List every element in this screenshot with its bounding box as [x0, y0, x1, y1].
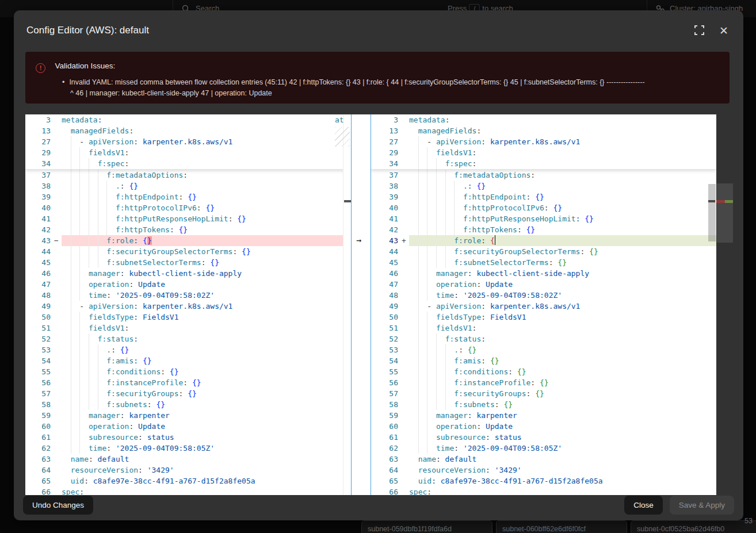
- code-line[interactable]: 45f:subnetSelectorTerms: {}: [25, 257, 351, 268]
- code-line[interactable]: 54f:amis: {}: [25, 355, 351, 366]
- code-line[interactable]: 38.: {}: [371, 181, 716, 191]
- code-line[interactable]: 29fieldsV1:: [25, 147, 351, 158]
- code-line[interactable]: 54f:amis: {}: [371, 355, 716, 366]
- line-number: 52: [25, 333, 54, 344]
- code-text: manager: kubectl-client-side-apply: [409, 268, 589, 279]
- fullscreen-icon[interactable]: [694, 25, 706, 37]
- code-line[interactable]: 48time: '2025-09-04T09:58:02Z': [25, 290, 351, 301]
- diff-overview-ruler[interactable]: [716, 114, 734, 495]
- code-line[interactable]: 27- apiVersion: karpenter.k8s.aws/v1: [371, 136, 716, 147]
- code-token: -: [79, 302, 89, 310]
- save-apply-button[interactable]: Save & Apply: [670, 496, 734, 515]
- code-line[interactable]: 38.: {}: [25, 181, 351, 191]
- code-line[interactable]: 3metadata:: [371, 114, 716, 125]
- code-line[interactable]: 45f:subnetSelectorTerms: {}: [371, 257, 716, 268]
- code-line[interactable]: 65uid: c8afe97e-38cc-4f91-a767-d15f2a8fe…: [25, 476, 351, 486]
- code-line[interactable]: 46manager: kubectl-client-side-apply: [371, 268, 716, 279]
- close-icon[interactable]: ✕: [718, 25, 730, 37]
- code-line[interactable]: 40f:httpProtocolIPv6: {}: [25, 202, 351, 213]
- code-line[interactable]: 59manager: karpenter: [371, 410, 716, 421]
- code-line[interactable]: 49- apiVersion: karpenter.k8s.aws/v1: [371, 301, 716, 312]
- code-line-content: operation: Update: [409, 421, 716, 432]
- code-line[interactable]: 43+f:role: {: [371, 235, 716, 246]
- code-line[interactable]: 60operation: Update: [371, 421, 716, 432]
- code-token: :: [436, 455, 441, 463]
- code-line[interactable]: 56f:instanceProfile: {}: [25, 377, 351, 388]
- diff-editor-sash[interactable]: →: [351, 114, 371, 495]
- code-line[interactable]: 34f:spec:: [25, 158, 351, 169]
- scrollbar-slider[interactable]: [708, 184, 716, 241]
- code-line[interactable]: 55f:conditions: {}: [25, 366, 351, 377]
- code-line[interactable]: 52f:status:: [25, 333, 351, 344]
- code-text: f:amis: {}: [62, 355, 152, 366]
- code-line[interactable]: 47operation: Update: [25, 279, 351, 290]
- code-line[interactable]: 63name: default: [25, 454, 351, 465]
- code-line[interactable]: 3metadata:: [25, 114, 351, 125]
- code-line[interactable]: 40f:httpProtocolIPv6: {}: [371, 202, 716, 213]
- undo-changes-button[interactable]: Undo Changes: [23, 496, 93, 515]
- code-line[interactable]: 42f:httpTokens: {}: [371, 224, 716, 235]
- code-line[interactable]: 66spec:: [25, 486, 351, 495]
- code-line[interactable]: 64resourceVersion: '3429': [371, 465, 716, 476]
- code-line[interactable]: 52f:status:: [371, 333, 716, 344]
- code-line[interactable]: 66spec:: [371, 486, 716, 495]
- code-line[interactable]: 37f:metadataOptions:: [25, 170, 351, 181]
- code-line[interactable]: 43−f:role: {}: [25, 235, 351, 246]
- code-line[interactable]: 51fieldsV1:: [371, 323, 716, 333]
- code-text: f:subnetSelectorTerms: {}: [409, 257, 567, 268]
- code-line[interactable]: 39f:httpEndpoint: {}: [371, 191, 716, 202]
- line-number: 46: [371, 268, 402, 279]
- code-line[interactable]: 61subresource: status: [371, 432, 716, 443]
- code-line[interactable]: 50fieldsType: FieldsV1: [371, 312, 716, 323]
- code-line[interactable]: 47operation: Update: [371, 279, 716, 290]
- code-line[interactable]: 53.: {}: [371, 344, 716, 355]
- code-line[interactable]: 51fieldsV1:: [25, 323, 351, 333]
- alert-message-line1: •Invalid YAML: missed comma between flow…: [62, 78, 719, 86]
- code-line[interactable]: 29fieldsV1:: [371, 147, 716, 158]
- code-token: :: [472, 324, 477, 332]
- code-line[interactable]: 49- apiVersion: karpenter.k8s.aws/v1: [25, 301, 351, 312]
- code-text: time: '2025-09-04T09:58:05Z': [409, 443, 562, 454]
- code-line[interactable]: 57f:securityGroups: {}: [371, 388, 716, 399]
- code-line[interactable]: 27- apiVersion: karpenter.k8s.aws/v1: [25, 136, 351, 147]
- code-line[interactable]: 48time: '2025-09-04T09:58:02Z': [371, 290, 716, 301]
- code-line[interactable]: 39f:httpEndpoint: {}: [25, 191, 351, 202]
- code-line[interactable]: 62time: '2025-09-04T09:58:05Z': [371, 443, 716, 454]
- code-token: :: [111, 346, 116, 354]
- code-token: :: [472, 159, 477, 168]
- code-line[interactable]: 58f:subnets: {}: [25, 399, 351, 410]
- code-line[interactable]: 50fieldsType: FieldsV1: [25, 312, 351, 323]
- code-line[interactable]: 55f:conditions: {}: [371, 366, 716, 377]
- scrollbar-slider[interactable]: [344, 200, 351, 202]
- code-line[interactable]: 64resourceVersion: '3429': [25, 465, 351, 476]
- modified-pane-scrollbar[interactable]: [708, 114, 716, 495]
- code-token: f:securityGroups: [454, 389, 526, 398]
- code-line[interactable]: 44f:securityGroupSelectorTerms: {}: [25, 246, 351, 257]
- code-line[interactable]: 13managedFields:: [25, 125, 351, 136]
- code-line[interactable]: 58f:subnets: {}: [371, 399, 716, 410]
- code-line[interactable]: 42f:httpTokens: {}: [25, 224, 351, 235]
- code-line[interactable]: 63name: default: [371, 454, 716, 465]
- code-line[interactable]: 61subresource: status: [25, 432, 351, 443]
- code-line[interactable]: 60operation: Update: [25, 421, 351, 432]
- code-line[interactable]: 41f:httpPutResponseHopLimit: {}: [25, 213, 351, 224]
- code-line[interactable]: 62time: '2025-09-04T09:58:05Z': [25, 443, 351, 454]
- close-button[interactable]: Close: [624, 496, 663, 515]
- code-line[interactable]: 44f:securityGroupSelectorTerms: {}: [371, 246, 716, 257]
- line-number: 52: [371, 333, 402, 344]
- code-line[interactable]: 53.: {}: [25, 344, 351, 355]
- code-token: :: [468, 269, 472, 278]
- code-line[interactable]: 59manager: karpenter: [25, 410, 351, 421]
- code-line[interactable]: 37f:metadataOptions:: [371, 170, 716, 181]
- original-pane-scrollbar[interactable]: [343, 114, 351, 495]
- diff-marker: [402, 170, 409, 181]
- code-line[interactable]: 56f:instanceProfile: {}: [371, 377, 716, 388]
- code-line[interactable]: 65uid: c8afe97e-38cc-4f91-a767-d15f2a8fe…: [371, 476, 716, 486]
- revert-change-arrow-icon[interactable]: →: [356, 235, 361, 246]
- code-line[interactable]: 34f:spec:: [371, 158, 716, 169]
- code-line[interactable]: 41f:httpPutResponseHopLimit: {}: [371, 213, 716, 224]
- code-line[interactable]: 46manager: kubectl-client-side-apply: [25, 268, 351, 279]
- code-line[interactable]: 13managedFields:: [371, 125, 716, 136]
- line-number: 29: [371, 147, 402, 158]
- code-line[interactable]: 57f:securityGroups: {}: [25, 388, 351, 399]
